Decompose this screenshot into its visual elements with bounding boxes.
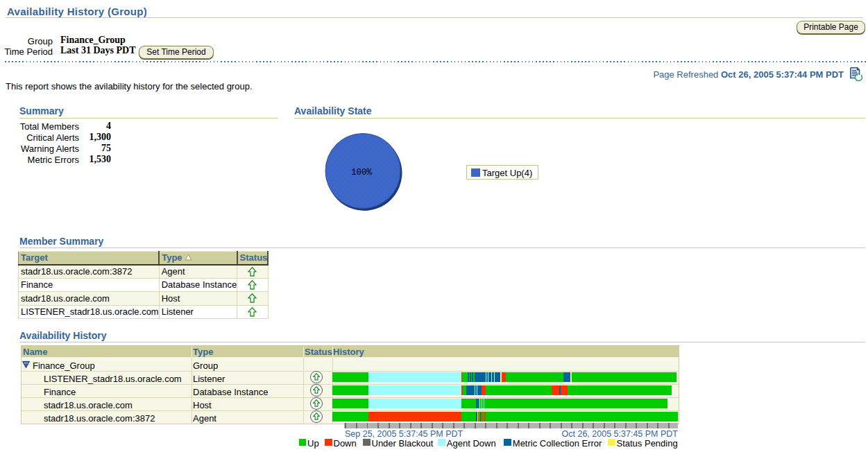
svg-text:100%: 100% — [351, 168, 373, 177]
